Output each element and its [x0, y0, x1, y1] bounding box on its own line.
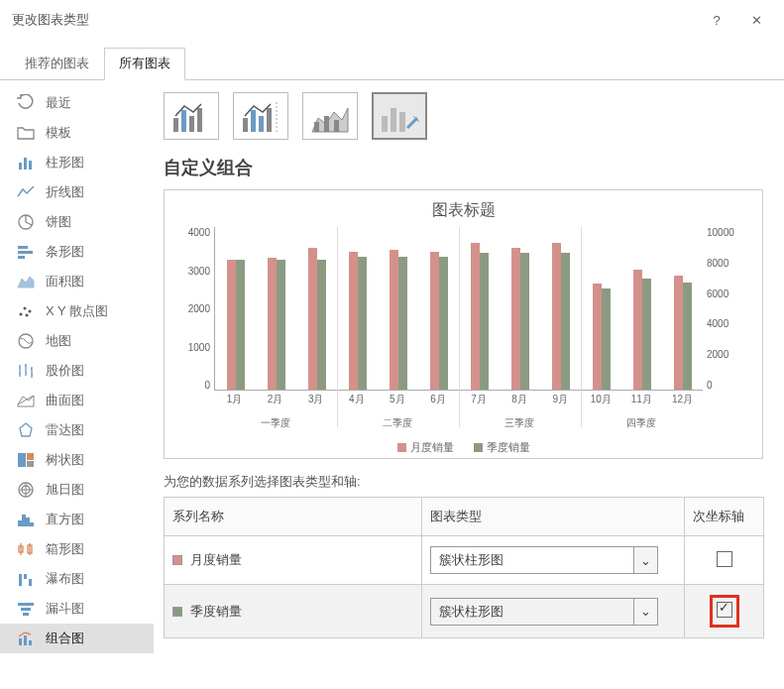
svg-rect-45	[399, 112, 405, 132]
svg-point-9	[29, 310, 32, 313]
sidebar-item-surface[interactable]: 曲面图	[0, 386, 154, 415]
sidebar-item-map[interactable]: 地图	[0, 326, 154, 356]
combo-subtype-2[interactable]	[233, 92, 288, 140]
radar-chart-icon	[16, 420, 36, 440]
combo-subtype-1[interactable]	[164, 92, 219, 140]
sidebar-item-label: 股价图	[46, 362, 84, 380]
surface-chart-icon	[16, 391, 36, 410]
sidebar-item-label: 曲面图	[46, 392, 84, 409]
col-chart-type: 图表类型	[422, 498, 685, 536]
svg-rect-26	[18, 603, 34, 606]
svg-rect-42	[334, 120, 339, 132]
svg-rect-31	[29, 640, 32, 645]
sidebar-item-sunburst[interactable]: 旭日图	[0, 475, 154, 505]
secondary-axis-checkbox[interactable]	[717, 551, 732, 567]
sidebar-item-bar[interactable]: 条形图	[0, 237, 154, 267]
svg-rect-36	[243, 118, 248, 132]
chart-preview-title: 图表标题	[174, 200, 752, 221]
treemap-icon	[16, 450, 36, 470]
sidebar-item-radar[interactable]: 雷达图	[0, 415, 154, 445]
sidebar-item-label: 直方图	[46, 511, 84, 528]
help-button[interactable]: ?	[701, 8, 732, 32]
sidebar-item-scatter[interactable]: X Y 散点图	[0, 296, 154, 326]
funnel-icon	[16, 599, 36, 619]
combo-subtype-3[interactable]	[302, 92, 358, 140]
pie-chart-icon	[16, 212, 36, 232]
map-icon	[16, 331, 36, 351]
tab-recommended[interactable]: 推荐的图表	[10, 48, 104, 79]
sidebar-item-label: 树状图	[46, 451, 84, 469]
svg-rect-18	[22, 515, 26, 526]
svg-rect-30	[24, 635, 27, 645]
waterfall-icon	[16, 569, 36, 589]
chart-type-select[interactable]: 簇状柱形图 ⌄	[430, 598, 658, 626]
sidebar-item-label: 模板	[46, 124, 71, 142]
y-axis-left: 40003000200010000	[174, 227, 214, 391]
col-secondary-axis: 次坐标轴	[685, 498, 764, 536]
sidebar-item-label: 漏斗图	[46, 600, 84, 618]
sidebar-item-templates[interactable]: 模板	[0, 118, 154, 148]
recent-icon	[16, 93, 36, 113]
chevron-down-icon: ⌄	[633, 599, 657, 625]
sidebar-item-pie[interactable]: 饼图	[0, 207, 154, 237]
sidebar-item-combo[interactable]: 组合图	[0, 624, 154, 653]
sidebar-item-waterfall[interactable]: 瀑布图	[0, 564, 154, 594]
sidebar-item-label: 组合图	[46, 630, 84, 647]
sidebar-item-boxplot[interactable]: 箱形图	[0, 534, 154, 564]
column-chart-icon	[16, 153, 36, 172]
svg-rect-37	[251, 110, 256, 132]
sidebar-item-label: 旭日图	[46, 481, 84, 499]
folder-icon	[16, 123, 36, 143]
chart-preview[interactable]: 图表标题 40003000200010000 10000800060004000…	[164, 189, 763, 459]
sidebar-item-label: 最近	[46, 94, 71, 112]
svg-rect-39	[267, 108, 272, 132]
sidebar-item-treemap[interactable]: 树状图	[0, 445, 154, 475]
boxplot-icon	[16, 539, 36, 559]
sidebar-item-label: 饼图	[46, 213, 71, 231]
combo-subtype-custom[interactable]	[372, 92, 427, 140]
svg-rect-17	[18, 520, 22, 526]
combo-chart-icon	[16, 629, 36, 648]
svg-rect-34	[189, 116, 194, 132]
svg-point-8	[24, 307, 27, 310]
series-table: 系列名称 图表类型 次坐标轴 月度销量 簇状柱形图	[164, 497, 764, 638]
sidebar-item-stock[interactable]: 股价图	[0, 356, 154, 386]
sidebar-item-column[interactable]: 柱形图	[0, 148, 154, 177]
svg-rect-32	[173, 118, 178, 132]
section-title: 自定义组合	[164, 156, 764, 179]
tab-all-charts[interactable]: 所有图表	[104, 48, 185, 80]
svg-rect-25	[29, 579, 32, 586]
series-name: 月度销量	[190, 551, 242, 569]
sidebar-item-label: 瀑布图	[46, 570, 84, 588]
sidebar-item-line[interactable]: 折线图	[0, 177, 154, 207]
svg-rect-40	[314, 122, 319, 132]
sidebar-item-funnel[interactable]: 漏斗图	[0, 594, 154, 624]
col-series-name: 系列名称	[165, 498, 422, 536]
sidebar-item-recent[interactable]: 最近	[0, 88, 154, 118]
close-button[interactable]: ✕	[740, 8, 772, 32]
sidebar-item-histogram[interactable]: 直方图	[0, 505, 154, 534]
svg-rect-27	[21, 608, 31, 611]
bar-chart-icon	[16, 242, 36, 262]
sidebar-item-label: 条形图	[46, 243, 84, 261]
chart-type-select[interactable]: 簇状柱形图 ⌄	[430, 546, 658, 574]
sidebar-item-label: 柱形图	[46, 154, 84, 172]
chart-plot-area	[214, 227, 703, 391]
sidebar-item-area[interactable]: 面积图	[0, 267, 154, 296]
area-chart-icon	[16, 272, 36, 291]
table-row: 月度销量 簇状柱形图 ⌄	[165, 536, 764, 585]
svg-rect-12	[18, 453, 26, 467]
sunburst-icon	[16, 480, 36, 500]
sidebar-item-label: 雷达图	[46, 421, 84, 439]
svg-rect-43	[382, 116, 388, 132]
secondary-axis-checkbox[interactable]	[717, 602, 732, 618]
svg-rect-13	[27, 453, 34, 460]
svg-point-7	[20, 313, 23, 316]
svg-rect-19	[26, 517, 30, 526]
svg-rect-20	[30, 522, 34, 526]
svg-rect-35	[197, 108, 202, 132]
svg-rect-0	[19, 163, 22, 170]
chart-legend: 月度销量 季度销量	[174, 440, 752, 455]
combo-subtype-row	[164, 92, 764, 140]
window-title: 更改图表类型	[12, 11, 89, 29]
